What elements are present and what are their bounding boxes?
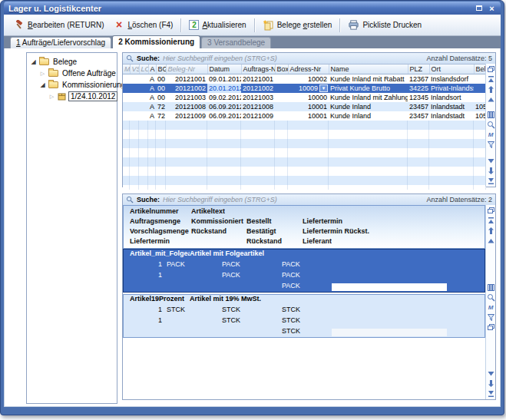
einheit: STCK bbox=[167, 306, 185, 313]
date-edit-cell[interactable]: 20.01.2012 bbox=[207, 84, 241, 93]
columns-icon[interactable] bbox=[487, 283, 495, 292]
restore-glyph bbox=[476, 5, 482, 11]
filter-icon[interactable] bbox=[487, 313, 495, 322]
col-datum[interactable]: Datum bbox=[207, 64, 241, 74]
order-row[interactable]: A 72 20121009 06.09.2012 20121009 10001 … bbox=[123, 111, 486, 121]
col-name[interactable]: Name bbox=[329, 64, 408, 74]
artikelnummer: Artikel19Prozent bbox=[130, 295, 190, 303]
hdr-liefertermin-rueckst: Liefertermin Rückst. bbox=[303, 227, 369, 235]
col-a[interactable]: A bbox=[148, 64, 156, 74]
positions-body: Artikelnummer Artikeltext Auftragsmenge … bbox=[123, 205, 485, 399]
folder-icon bbox=[48, 81, 58, 88]
kommissioniert-einheit: PACK bbox=[222, 260, 240, 268]
col-box[interactable]: Box bbox=[275, 64, 288, 74]
hdr-kommissioniert: Kommissioniert bbox=[191, 217, 246, 225]
col-ort[interactable]: Ort bbox=[429, 64, 474, 74]
position-group[interactable]: Artikel19Prozent Artikel mit 19% MwSt. 1… bbox=[123, 294, 485, 338]
move-down-icon[interactable] bbox=[487, 167, 495, 175]
filter-icon[interactable] bbox=[487, 141, 495, 149]
chevron-down-icon: ▼ bbox=[322, 86, 326, 91]
col-bg[interactable]: BG bbox=[156, 64, 166, 74]
hdr-liefertermin: Liefertermin bbox=[303, 217, 342, 225]
orders-grid: Suche: Anzahl Datensätze: 5 M VS LO A BG… bbox=[122, 52, 496, 187]
menge: 1 bbox=[130, 316, 162, 324]
close-icon[interactable]: × bbox=[486, 3, 498, 13]
titlebar[interactable]: Lager u. Logistikcenter × bbox=[4, 2, 501, 15]
tree-item-offene-auftraege[interactable]: ▷ Offene Aufträge bbox=[27, 68, 117, 79]
columns-icon[interactable] bbox=[487, 111, 495, 119]
tab-kommissionierung[interactable]: 2 Kommissionierung bbox=[112, 35, 200, 48]
adress-value: 10009 bbox=[299, 84, 318, 92]
hdr-vorschlagsmenge: Vorschlagsmenge bbox=[130, 227, 191, 235]
edit-button[interactable]: Bearbeiten (RETURN) bbox=[8, 18, 108, 32]
positions-search-input[interactable] bbox=[163, 195, 423, 204]
positions-search-bar: Suche: Anzahl Datensätze: 2 bbox=[123, 194, 495, 206]
move-up-icon[interactable] bbox=[487, 85, 495, 94]
tree-collapsed-icon[interactable]: ▷ bbox=[48, 94, 55, 100]
goto-last-icon[interactable] bbox=[487, 177, 495, 185]
lieferant-input[interactable] bbox=[332, 329, 447, 336]
lieferant-input[interactable] bbox=[332, 283, 447, 291]
col-plz[interactable]: PLZ bbox=[408, 64, 429, 74]
hammer-icon bbox=[13, 19, 25, 31]
search-magnifier-icon[interactable] bbox=[487, 121, 495, 129]
search-magnifier-icon[interactable] bbox=[487, 293, 495, 302]
col-beleg[interactable]: Beleg-Nr bbox=[166, 64, 207, 74]
positions-record-count: Anzahl Datensätze: 2 bbox=[426, 196, 492, 203]
mark-icon[interactable]: M bbox=[487, 131, 495, 139]
move-down-icon[interactable] bbox=[487, 379, 495, 388]
goto-first-icon[interactable] bbox=[487, 217, 495, 225]
copy-window-icon[interactable] bbox=[487, 207, 495, 215]
app-window: Lager u. Logistikcenter × Bearbeiten (RE… bbox=[0, 0, 504, 415]
create-documents-button[interactable]: Belege erstellen bbox=[258, 18, 337, 32]
col-adress[interactable]: Adress-Nr bbox=[288, 64, 329, 74]
tree-item-kommission-1[interactable]: ▷ 1/24.10.2012 bbox=[27, 91, 117, 102]
group-title-row: Artikel_mit_Folgeartikel Artikel mit Fol… bbox=[124, 250, 485, 260]
search-icon bbox=[126, 55, 134, 62]
move-up-icon[interactable] bbox=[487, 227, 495, 235]
tree-collapsed-icon[interactable]: ▷ bbox=[39, 71, 46, 77]
screen: Lager u. Logistikcenter × Bearbeiten (RE… bbox=[0, 0, 506, 420]
page-down-icon[interactable] bbox=[487, 369, 495, 378]
restore-icon[interactable] bbox=[473, 3, 485, 13]
col-bel[interactable]: Bel bbox=[474, 64, 486, 74]
tree-label: Belege bbox=[51, 58, 78, 66]
header-row-2: Auftragsmenge Kommissioniert Bestellt Li… bbox=[124, 216, 485, 226]
mark-icon[interactable]: M bbox=[487, 303, 495, 312]
copy-window-icon[interactable] bbox=[487, 323, 495, 332]
toolbar-separator bbox=[180, 18, 181, 32]
col-auftrag[interactable]: Auftrags-Nr. bbox=[241, 64, 275, 74]
tree-expanded-icon[interactable]: ◢ bbox=[30, 58, 37, 65]
tree-expanded-icon[interactable]: ◢ bbox=[39, 81, 46, 88]
dropdown-button[interactable]: ▼ bbox=[319, 84, 328, 92]
orders-search-bar: Suche: Anzahl Datensätze: 5 bbox=[123, 53, 495, 64]
tab-auftraege-liefervorschlag[interactable]: 1 Aufträge/Liefervorschlag bbox=[10, 37, 111, 48]
page-up-icon[interactable] bbox=[487, 236, 495, 245]
col-vs[interactable]: VS bbox=[130, 64, 139, 74]
col-lo[interactable]: LO bbox=[139, 64, 148, 74]
page-down-icon[interactable] bbox=[487, 157, 495, 165]
tree-item-kommissionierung[interactable]: ◢ Kommissionierung bbox=[27, 79, 117, 91]
copy-window-icon[interactable] bbox=[487, 65, 495, 74]
orders-record-count: Anzahl Datensätze: 5 bbox=[426, 55, 492, 62]
goto-last-icon[interactable] bbox=[487, 389, 495, 398]
order-row-selected[interactable]: A 00 20121002 20.01.2012 20121002 10009▼… bbox=[123, 84, 486, 93]
refresh-button[interactable]: 2 Aktualisieren bbox=[184, 18, 250, 31]
order-row[interactable]: A 00 20121001 09.01.2012 20121001 10002 … bbox=[123, 74, 486, 84]
tree-item-belege[interactable]: ◢ Belege bbox=[27, 56, 117, 68]
col-m[interactable]: M bbox=[123, 64, 130, 74]
delete-button-label: Löschen (F4) bbox=[127, 21, 173, 29]
goto-first-icon[interactable] bbox=[487, 75, 495, 84]
folder-icon bbox=[39, 58, 49, 65]
orders-search-input[interactable] bbox=[163, 54, 423, 63]
order-row[interactable]: A 00 20121003 09.02.2012 20121003 10000 … bbox=[123, 93, 486, 102]
print-picklist-button[interactable]: Pickliste Drucken bbox=[343, 18, 426, 32]
delete-button[interactable]: × Löschen (F4) bbox=[108, 18, 177, 32]
page-up-icon[interactable] bbox=[487, 95, 495, 104]
order-row[interactable]: A 72 20121008 06.09.2012 20121008 10001 … bbox=[123, 102, 486, 111]
printer-icon bbox=[348, 19, 359, 31]
bestellt-einheit: PACK bbox=[282, 271, 300, 279]
kommissioniert-einheit: STCK bbox=[222, 306, 240, 313]
hdr-rueckstand-2: Rückstand bbox=[246, 237, 303, 245]
position-group-selected[interactable]: Artikel_mit_Folgeartikel Artikel mit Fol… bbox=[123, 249, 485, 293]
